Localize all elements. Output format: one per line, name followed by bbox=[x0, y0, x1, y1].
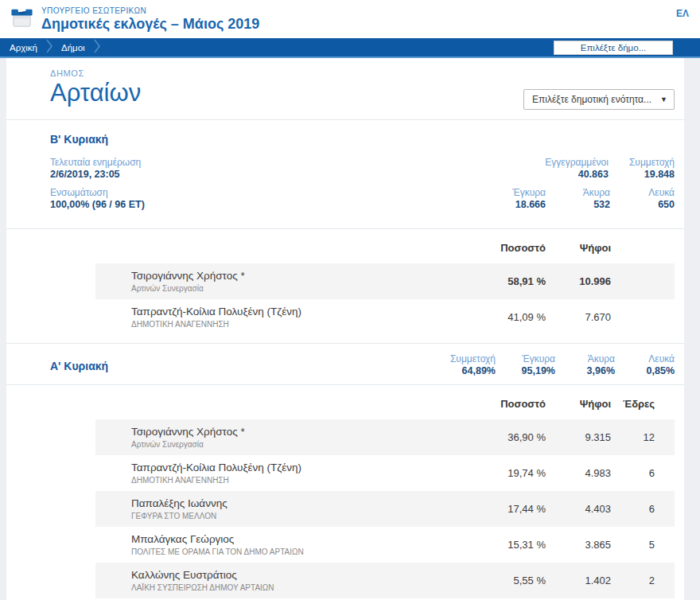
stat-blank: Λευκά 650 bbox=[631, 187, 675, 210]
round-a-title: Α' Κυριακή bbox=[50, 360, 108, 372]
votes-value: 3.865 bbox=[546, 539, 611, 551]
party-name: ΛΑΪΚΗ ΣΥΣΠΕΙΡΩΣΗ ΔΗΜΟΥ ΑΡΤΑΙΩΝ bbox=[131, 583, 474, 592]
seats-value: 5 bbox=[611, 539, 655, 551]
app-title: Δημοτικές εκλογές – Μάιος 2019 bbox=[41, 16, 259, 33]
candidate-row[interactable]: Τσιρογιάννης Χρήστος * Αρτινών Συνεργασί… bbox=[95, 419, 675, 455]
municipality-select[interactable]: Επιλέξτε δήμο... bbox=[554, 41, 673, 55]
last-update-label: Τελευταία ενημέρωση bbox=[50, 157, 145, 168]
round-b-title: Β' Κυριακή bbox=[50, 133, 675, 146]
votes-value: 10.996 bbox=[546, 275, 611, 287]
candidate-name: Μπαλάγκας Γεώργιος bbox=[131, 533, 474, 545]
dropdown-caret-icon: ▼ bbox=[660, 95, 667, 103]
candidate-row[interactable]: Μπαλάγκας Γεώργιος ΠΟΛΙΤΕΣ ΜΕ ΟΡΑΜΑ ΓΙΑ … bbox=[95, 527, 675, 563]
percent-value: 41,09 % bbox=[474, 311, 546, 323]
candidate-name: Ταπραντζή-Κοίλια Πολυξένη (Τζένη) bbox=[131, 306, 474, 318]
stat-blank: Λευκά 0,85% bbox=[631, 353, 675, 376]
stat-registered: Εγγεγραμμένοι 40.863 bbox=[545, 157, 609, 180]
party-name: Αρτινών Συνεργασία bbox=[131, 440, 474, 449]
round-b-rows: Τσιρογιάννης Χρήστος * Αρτινών Συνεργασί… bbox=[95, 263, 675, 335]
round-a-results: Ποσοστό Ψήφοι Έδρες Τσιρογιάννης Χρήστος… bbox=[6, 385, 684, 600]
round-b-section: Β' Κυριακή Τελευταία ενημέρωση 2/6/2019,… bbox=[6, 120, 684, 228]
candidate-row[interactable]: Τσιρογιάννης Χρήστος * Αρτινών Συνεργασί… bbox=[95, 263, 675, 299]
party-name: ΔΗΜΟΤΙΚΗ ΑΝΑΓΕΝΝΗΣΗ bbox=[131, 476, 474, 485]
stat-valid: Έγκυρα 18.666 bbox=[502, 187, 546, 210]
seats-value: 6 bbox=[611, 503, 655, 515]
stat-turnout: Συμμετοχή 19.848 bbox=[629, 157, 675, 180]
breadcrumb-municipalities[interactable]: Δήμοι bbox=[61, 43, 85, 53]
seats-value: 6 bbox=[611, 467, 655, 479]
stat-valid: Έγκυρα 95,19% bbox=[511, 353, 555, 376]
breadcrumb-home[interactable]: Αρχική bbox=[10, 43, 37, 53]
party-name: ΓΕΦΥΡΑ ΣΤΟ ΜΕΛΛΟΝ bbox=[131, 512, 474, 520]
percent-column-header: Ποσοστό bbox=[474, 242, 546, 254]
party-name: ΠΟΛΙΤΕΣ ΜΕ ΟΡΑΜΑ ΓΙΑ ΤΟΝ ΔΗΜΟ ΑΡΤΑΙΩΝ bbox=[131, 547, 474, 556]
app-header: ΥΠΟΥΡΓΕΙΟ ΕΣΩΤΕΡΙΚΩΝ Δημοτικές εκλογές –… bbox=[0, 0, 700, 38]
municipal-unit-select[interactable]: Επιλέξτε δημοτική ενότητα... ▼ bbox=[523, 89, 675, 110]
party-name: ΔΗΜΟΤΙΚΗ ΑΝΑΓΕΝΝΗΣΗ bbox=[131, 320, 474, 329]
seats-value: 2 bbox=[611, 575, 655, 586]
percent-value: 36,90 % bbox=[474, 431, 546, 443]
votes-value: 9.315 bbox=[546, 431, 611, 443]
candidate-row[interactable]: Ταπραντζή-Κοίλια Πολυξένη (Τζένη) ΔΗΜΟΤΙ… bbox=[95, 455, 675, 491]
candidate-name: Τσιρογιάννης Χρήστος * bbox=[131, 270, 474, 282]
votes-column-header: Ψήφοι bbox=[546, 242, 611, 254]
entity-type-label: ΔΗΜΟΣ bbox=[50, 68, 141, 78]
candidate-name: Τσιρογιάννης Χρήστος * bbox=[131, 426, 474, 438]
ministry-label: ΥΠΟΥΡΓΕΙΟ ΕΣΩΤΕΡΙΚΩΝ bbox=[41, 6, 259, 15]
round-a-rows: Τσιρογιάννης Χρήστος * Αρτινών Συνεργασί… bbox=[95, 419, 675, 600]
candidate-name: Καλλώνης Ευστράτιος bbox=[131, 569, 474, 581]
votes-column-header: Ψήφοι bbox=[546, 398, 611, 410]
stat-turnout: Συμμετοχή 64,89% bbox=[450, 353, 496, 376]
breadcrumb: Αρχική Δήμοι bbox=[10, 39, 101, 56]
municipality-header: ΔΗΜΟΣ Αρταίων Επιλέξτε δημοτική ενότητα.… bbox=[6, 58, 684, 119]
stat-invalid: Άκυρα 532 bbox=[566, 187, 610, 210]
percent-value: 5,55 % bbox=[474, 575, 546, 586]
percent-column-header: Ποσοστό bbox=[474, 398, 546, 410]
integration-label: Ενσωμάτωση bbox=[50, 187, 145, 198]
candidate-name: Ταπραντζή-Κοίλια Πολυξένη (Τζένη) bbox=[131, 462, 474, 473]
votes-value: 4.983 bbox=[546, 467, 611, 479]
candidate-name: Παπαλέξης Ιωάννης bbox=[131, 497, 474, 509]
seats-value: 12 bbox=[611, 431, 655, 443]
stat-invalid: Άκυρα 3,96% bbox=[571, 353, 615, 376]
votes-value: 4.403 bbox=[546, 503, 611, 515]
candidate-row[interactable]: Ταπραντζή-Κοίλια Πολυξένη (Τζένη) ΔΗΜΟΤΙ… bbox=[95, 299, 675, 335]
municipal-unit-select-value: Επιλέξτε δημοτική ενότητα... bbox=[532, 94, 651, 105]
chevron-right-icon bbox=[45, 39, 53, 56]
votes-value: 7.670 bbox=[546, 311, 611, 323]
round-b-meta: Τελευταία ενημέρωση 2/6/2019, 23:05 Ενσω… bbox=[6, 146, 684, 228]
round-b-table-header: Ποσοστό Ψήφοι bbox=[95, 234, 675, 263]
percent-value: 19,74 % bbox=[474, 467, 546, 479]
candidate-row[interactable]: Καλλώνης Ευστράτιος ΛΑΪΚΗ ΣΥΣΠΕΙΡΩΣΗ ΔΗΜ… bbox=[95, 563, 675, 598]
chevron-right-icon bbox=[93, 39, 101, 56]
votes-value: 1.402 bbox=[546, 575, 611, 586]
seats-column-header: Έδρες bbox=[611, 398, 655, 410]
party-name: Αρτινών Συνεργασία bbox=[131, 284, 474, 293]
round-b-results: Ποσοστό Ψήφοι Τσιρογιάννης Χρήστος * Αρτ… bbox=[6, 229, 684, 343]
ballot-box-icon bbox=[10, 6, 34, 33]
brand: ΥΠΟΥΡΓΕΙΟ ΕΣΩΤΕΡΙΚΩΝ Δημοτικές εκλογές –… bbox=[10, 6, 259, 33]
percent-value: 58,91 % bbox=[474, 275, 546, 287]
round-a-section-header: Α' Κυριακή Συμμετοχή 64,89% Έγκυρα 95,19… bbox=[6, 344, 684, 384]
round-a-table-header: Ποσοστό Ψήφοι Έδρες bbox=[95, 390, 675, 419]
results-card: ΔΗΜΟΣ Αρταίων Επιλέξτε δημοτική ενότητα.… bbox=[6, 58, 684, 600]
integration-value: 100,00% (96 / 96 ΕΤ) bbox=[50, 199, 145, 210]
last-update-value: 2/6/2019, 23:05 bbox=[50, 169, 145, 180]
breadcrumb-bar: Αρχική Δήμοι Επιλέξτε δήμο... bbox=[0, 38, 700, 58]
language-link[interactable]: ΕΛ bbox=[676, 8, 689, 19]
candidate-row[interactable]: Παπαλέξης Ιωάννης ΓΕΦΥΡΑ ΣΤΟ ΜΕΛΛΟΝ 17,4… bbox=[95, 491, 675, 527]
municipality-name: Αρταίων bbox=[50, 80, 141, 107]
percent-value: 17,44 % bbox=[474, 503, 546, 515]
percent-value: 15,31 % bbox=[474, 539, 546, 551]
